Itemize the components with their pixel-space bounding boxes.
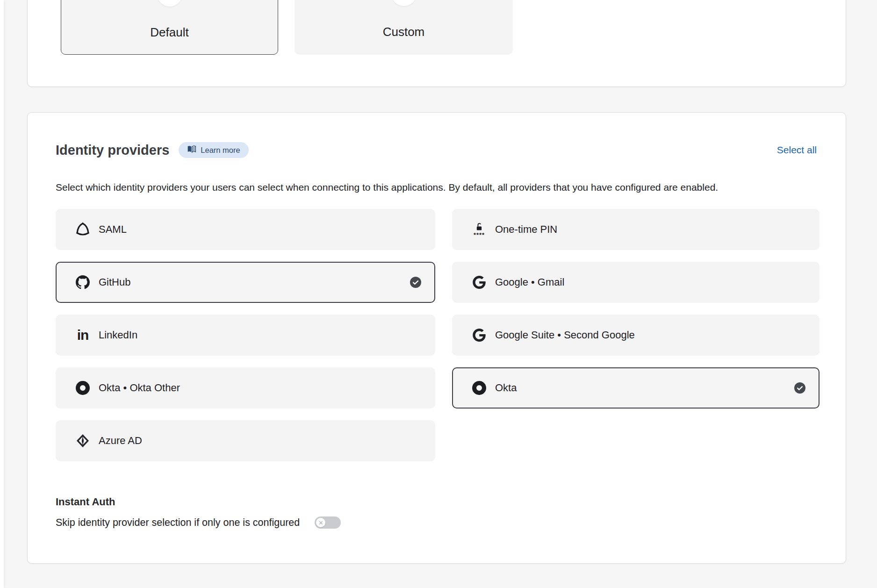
provider-card[interactable]: Azure AD [56,420,435,461]
instant-auth-title: Instant Auth [56,496,115,508]
provider-label: Okta • Okta Other [99,382,180,394]
providers-column-right: **** One-time PIN Google • Gmail Goo [452,209,819,473]
provider-card[interactable]: **** One-time PIN [452,209,819,250]
provider-label: Google • Gmail [495,276,564,288]
provider-label: Okta [495,382,517,394]
otp-icon: **** [471,222,488,237]
providers-column-left: SAML GitHub in LinkedIn [56,209,435,473]
google-icon [471,276,488,289]
sidebar-edge [0,0,4,588]
provider-label: LinkedIn [99,329,137,341]
provider-label: SAML [99,223,127,236]
identity-providers-card: Identity providers Learn more Select all… [27,112,846,564]
appearance-tile-default[interactable]: Default [61,0,278,55]
provider-card[interactable]: in LinkedIn [56,315,435,356]
appearance-tile-custom[interactable]: Custom [295,0,513,55]
learn-more-button[interactable]: Learn more [179,142,248,158]
logo-circle [157,0,182,7]
check-icon [410,277,421,288]
provider-card[interactable]: Okta [452,367,819,409]
select-all-link[interactable]: Select all [777,144,817,156]
provider-card[interactable]: Google • Gmail [452,262,819,303]
toggle-knob-off-icon [316,518,325,527]
logo-circle [391,0,417,6]
azure-icon [74,433,91,448]
provider-label: Google Suite • Second Google [495,329,635,341]
book-icon [187,145,196,155]
tile-label: Default [61,25,278,39]
okta-icon [74,380,91,395]
provider-card[interactable]: GitHub [56,262,435,303]
provider-card[interactable]: Okta • Okta Other [56,367,435,409]
okta-icon [471,380,488,395]
saml-icon [74,222,91,237]
github-icon [74,275,91,289]
provider-label: Azure AD [99,435,142,447]
instant-auth-label: Skip identity provider selection if only… [56,517,300,529]
provider-label: One-time PIN [495,223,557,236]
instant-auth-row: Skip identity provider selection if only… [56,516,341,529]
appearance-card: Default Custom [27,0,846,87]
linkedin-icon: in [74,328,91,342]
provider-card[interactable]: SAML [56,209,435,250]
check-icon [794,382,805,394]
instant-auth-toggle[interactable] [315,516,341,529]
page-title: Identity providers [56,142,169,158]
google-icon [471,329,488,342]
learn-more-label: Learn more [201,146,240,155]
provider-card[interactable]: Google Suite • Second Google [452,315,819,356]
identity-providers-description: Select which identity providers your use… [56,181,817,194]
provider-label: GitHub [99,276,130,288]
tile-label: Custom [295,25,513,39]
providers-grid: SAML GitHub in LinkedIn [56,209,819,473]
identity-providers-header: Identity providers Learn more Select all [56,142,817,158]
